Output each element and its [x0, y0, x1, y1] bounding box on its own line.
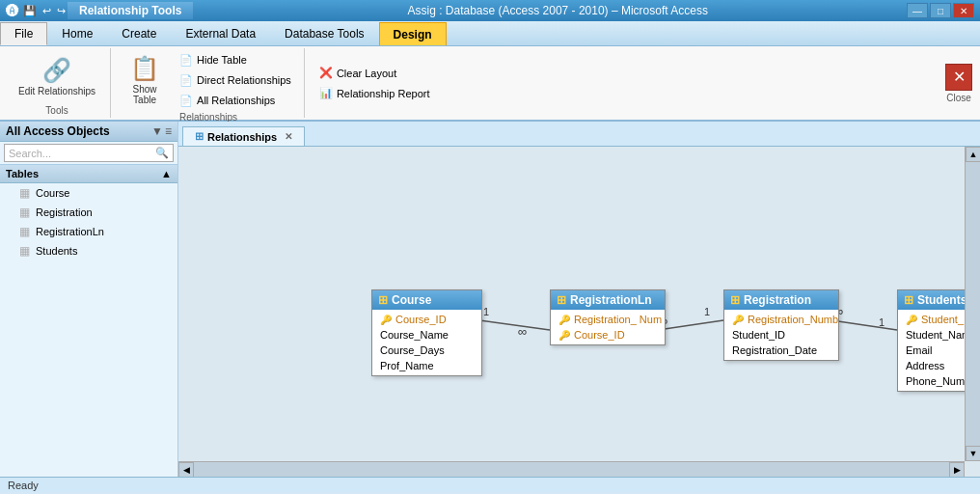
- tab-create[interactable]: Create: [107, 22, 171, 45]
- relationship-report-icon: 📊: [319, 87, 333, 99]
- tables-section-label: Tables: [6, 168, 39, 179]
- status-bar: Ready: [0, 477, 980, 492]
- svg-line-3: [658, 320, 723, 330]
- scroll-up-button[interactable]: ▲: [966, 147, 980, 162]
- table-icon-students: ▦: [19, 244, 30, 258]
- sidebar-item-registration[interactable]: ▦ Registration: [0, 203, 177, 222]
- sidebar-menu-icon[interactable]: ▼: [151, 124, 163, 138]
- sidebar-header-icons[interactable]: ▼ ≡: [151, 124, 172, 138]
- db-table-registrationln[interactable]: ⊞ RegistrationLn 🔑 Registration_ Num 🔑 C…: [550, 289, 666, 345]
- sidebar-item-course[interactable]: ▦ Course: [0, 183, 177, 203]
- minimize-button[interactable]: —: [907, 3, 928, 18]
- all-relationships-label: All Relationships: [197, 95, 275, 106]
- main-area: All Access Objects ▼ ≡ Search... 🔍 Table…: [0, 122, 980, 477]
- registrationln-table-body: 🔑 Registration_ Num 🔑 Course_ID: [551, 310, 665, 344]
- svg-text:1: 1: [704, 306, 710, 317]
- tab-external-data[interactable]: External Data: [171, 22, 270, 45]
- qa-redo-icon[interactable]: ↪: [57, 5, 66, 17]
- vertical-scrollbar[interactable]: ▲ ▼: [965, 147, 980, 461]
- tab-relationships[interactable]: ⊞ Relationships ✕: [182, 126, 305, 146]
- course-pk-icon: 🔑: [380, 315, 392, 325]
- registrationln-field-courseid-label: Course_ID: [574, 329, 625, 341]
- course-field-profname-label: Prof_Name: [380, 360, 434, 371]
- sidebar-options-icon[interactable]: ≡: [165, 124, 172, 138]
- tools-group-label: Tools: [45, 103, 68, 116]
- table-label-course: Course: [36, 187, 69, 199]
- maximize-button[interactable]: □: [930, 3, 951, 18]
- hide-table-icon: 📄: [179, 54, 193, 67]
- all-relationships-button[interactable]: 📄 All Relationships: [175, 92, 296, 110]
- db-table-registration-header: ⊞ Registration: [724, 290, 838, 310]
- scroll-left-button[interactable]: ◀: [178, 462, 194, 477]
- sidebar-item-registrationln[interactable]: ▦ RegistrationLn: [0, 222, 177, 241]
- registration-field-studentid: Student_ID: [724, 327, 838, 343]
- course-field-coursename: Course_Name: [372, 327, 481, 343]
- registration-pk-icon: 🔑: [732, 315, 744, 325]
- tab-database-tools[interactable]: Database Tools: [270, 22, 379, 45]
- registration-field-regdate: Registration_Date: [724, 343, 838, 358]
- ribbon-group-tools2: ❌ Clear Layout 📊 Relationship Report: [307, 48, 443, 118]
- table-icon-course: ▦: [19, 186, 30, 200]
- db-table-registration[interactable]: ⊞ Registration 🔑 Registration_Numb Stude…: [723, 289, 839, 361]
- search-placeholder: Search...: [9, 148, 51, 159]
- tools2-content: ❌ Clear Layout 📊 Relationship Report: [314, 50, 435, 116]
- title-area: Relationship Tools Assig : Database (Acc…: [68, 2, 907, 19]
- search-input-wrapper[interactable]: Search... 🔍: [4, 144, 174, 162]
- students-field-email-label: Email: [906, 344, 933, 356]
- direct-relationships-button[interactable]: 📄 Direct Relationships: [175, 71, 296, 90]
- tables-section-header[interactable]: Tables ▲: [0, 165, 177, 183]
- qa-undo-icon[interactable]: ↩: [42, 5, 51, 17]
- ribbon-group-tools: 🔗 Edit Relationships Tools: [4, 48, 111, 118]
- db-table-course-header: ⊞ Course: [372, 290, 481, 310]
- clear-layout-label: Clear Layout: [337, 68, 396, 79]
- course-field-courseid: 🔑 Course_ID: [372, 312, 481, 327]
- relationship-report-button[interactable]: 📊 Relationship Report: [314, 84, 435, 102]
- registration-field-regnum-label: Registration_Numb: [748, 314, 838, 325]
- registration-table-name: Registration: [744, 293, 811, 307]
- course-field-coursedays: Course_Days: [372, 343, 481, 358]
- svg-line-0: [479, 320, 550, 330]
- registration-table-icon: ⊞: [730, 293, 740, 307]
- tab-close-icon[interactable]: ✕: [285, 131, 292, 142]
- small-buttons-group: 📄 Hide Table 📄 Direct Relationships 📄 Al…: [175, 51, 296, 110]
- clear-layout-button[interactable]: ❌ Clear Layout: [314, 64, 435, 82]
- ribbon-content: 🔗 Edit Relationships Tools 📋 ShowTable 📄…: [0, 46, 980, 122]
- sidebar-item-students[interactable]: ▦ Students: [0, 241, 177, 261]
- course-table-icon: ⊞: [378, 293, 388, 307]
- sidebar-header: All Access Objects ▼ ≡: [0, 122, 177, 142]
- tab-design[interactable]: Design: [379, 22, 447, 45]
- app-icon: 🅐: [6, 3, 19, 18]
- table-icon-registrationln: ▦: [19, 225, 30, 238]
- show-table-button[interactable]: 📋 ShowTable: [121, 50, 169, 110]
- window-controls[interactable]: — □ ✕: [907, 3, 974, 18]
- scroll-down-button[interactable]: ▼: [966, 446, 980, 461]
- qa-save-icon[interactable]: 💾: [23, 5, 37, 17]
- tab-relationships-icon: ⊞: [195, 130, 204, 143]
- edit-relationships-button[interactable]: 🔗 Edit Relationships: [12, 52, 102, 101]
- registrationln-pk-icon: 🔑: [558, 315, 570, 325]
- db-table-registrationln-header: ⊞ RegistrationLn: [551, 290, 665, 310]
- registrationln-table-icon: ⊞: [557, 293, 566, 307]
- close-label: Close: [946, 93, 971, 103]
- hide-table-button[interactable]: 📄 Hide Table: [175, 51, 296, 69]
- scroll-v-thumb[interactable]: [966, 162, 980, 446]
- tab-relationships-label: Relationships: [207, 131, 277, 143]
- scroll-h-thumb[interactable]: [194, 462, 949, 477]
- window-close-button[interactable]: ✕: [953, 3, 974, 18]
- close-ribbon-button[interactable]: ✕: [945, 64, 972, 91]
- svg-text:1: 1: [879, 316, 885, 328]
- direct-relationships-label: Direct Relationships: [197, 74, 291, 86]
- registrationln-table-name: RegistrationLn: [570, 293, 652, 307]
- table-icon-registration: ▦: [19, 206, 30, 219]
- db-table-course[interactable]: ⊞ Course 🔑 Course_ID Course_Name Course_…: [371, 289, 482, 376]
- scroll-right-button[interactable]: ▶: [949, 462, 965, 477]
- tab-file[interactable]: File: [0, 22, 47, 45]
- registration-field-regnum: 🔑 Registration_Numb: [724, 312, 838, 327]
- search-box: Search... 🔍: [0, 142, 177, 165]
- course-field-profname: Prof_Name: [372, 358, 481, 373]
- tab-home[interactable]: Home: [47, 22, 107, 45]
- course-field-coursename-label: Course_Name: [380, 329, 449, 341]
- svg-text:1: 1: [483, 306, 489, 317]
- horizontal-scrollbar[interactable]: ◀ ▶: [178, 461, 965, 477]
- diagram-canvas[interactable]: 1 ∞ ∞ 1 ∞ 1 ⊞ Course: [178, 147, 980, 477]
